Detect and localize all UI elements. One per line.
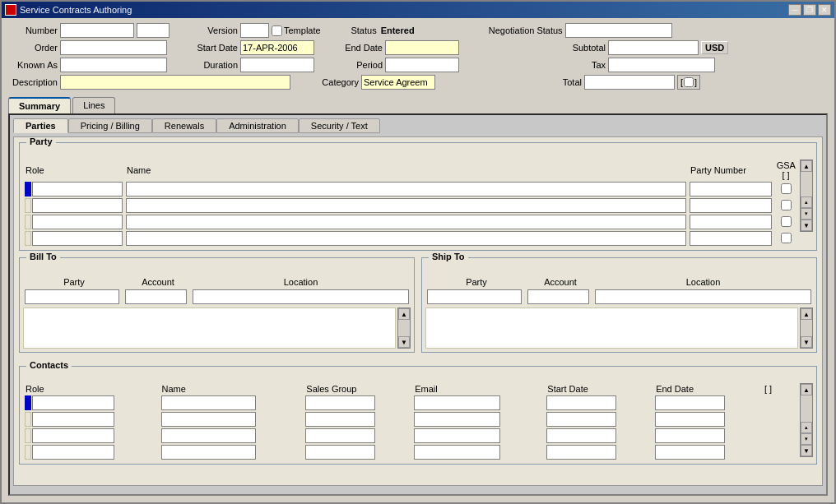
tax-input[interactable] xyxy=(608,58,715,72)
billto-scroll-down[interactable]: ▼ xyxy=(398,336,410,348)
billto-scroll-up[interactable]: ▲ xyxy=(398,308,410,320)
party-scroll-down[interactable]: ▼ xyxy=(801,220,812,231)
period-input[interactable] xyxy=(385,58,459,72)
tab-summary[interactable]: Summary xyxy=(8,97,71,113)
party-number-1[interactable] xyxy=(690,182,772,197)
contacts-scroll-down[interactable]: ▼ xyxy=(801,445,812,456)
currency-button[interactable]: USD xyxy=(701,41,728,54)
party-name-3[interactable] xyxy=(126,215,686,229)
inner-tab-administration[interactable]: Administration xyxy=(216,118,299,133)
order-input[interactable] xyxy=(60,40,167,55)
contact-enddate-1[interactable] xyxy=(655,395,725,410)
inner-tab-parties[interactable]: Parties xyxy=(13,118,68,133)
description-input[interactable] xyxy=(60,75,290,90)
number-input-2[interactable] xyxy=(137,23,170,38)
contact-row-1 xyxy=(23,395,798,411)
party-number-2[interactable] xyxy=(690,198,772,213)
contact-role-4[interactable] xyxy=(32,445,114,460)
category-input[interactable] xyxy=(361,75,435,90)
total-checkbox[interactable] xyxy=(684,77,694,87)
shipto-account-input[interactable] xyxy=(527,289,589,304)
party-row-3 xyxy=(23,214,798,230)
contact-role-2[interactable] xyxy=(32,412,114,427)
close-button[interactable]: ✕ xyxy=(818,4,831,16)
restore-button[interactable]: ❐ xyxy=(803,4,816,16)
contact-enddate-4[interactable] xyxy=(655,445,725,460)
shipto-location-input[interactable] xyxy=(595,289,811,304)
contact-email-3[interactable] xyxy=(414,428,500,443)
subtotal-input[interactable] xyxy=(608,40,699,55)
form-area: Number Version Template Status Entered N… xyxy=(2,18,834,95)
contacts-title: Contacts xyxy=(26,360,72,370)
contact-name-1[interactable] xyxy=(161,395,256,410)
party-role-1[interactable] xyxy=(32,182,123,197)
contact-enddate-3[interactable] xyxy=(655,428,725,443)
billto-location-input[interactable] xyxy=(193,289,409,304)
contact-salesgroup-1[interactable] xyxy=(305,395,375,410)
inner-tab-pricing[interactable]: Pricing / Billing xyxy=(68,118,152,133)
contact-email-4[interactable] xyxy=(414,445,500,460)
version-input[interactable] xyxy=(240,23,269,38)
start-date-input[interactable] xyxy=(240,40,314,55)
contact-salesgroup-3[interactable] xyxy=(305,428,375,443)
party-number-3[interactable] xyxy=(690,215,772,229)
version-label: Version xyxy=(193,25,238,35)
party-scroll-pageup[interactable]: ▴ xyxy=(801,197,812,208)
tab-lines[interactable]: Lines xyxy=(72,97,115,113)
inner-tab-security[interactable]: Security / Text xyxy=(299,118,380,133)
end-date-input[interactable] xyxy=(385,40,459,55)
party-number-4[interactable] xyxy=(690,231,772,246)
billto-party-input[interactable] xyxy=(25,289,119,304)
billto-col-account: Account xyxy=(125,276,191,288)
party-name-1[interactable] xyxy=(126,182,686,197)
contact-email-2[interactable] xyxy=(414,412,500,427)
contact-role-1[interactable] xyxy=(32,395,114,410)
contact-row-4 xyxy=(23,444,798,460)
contact-email-1[interactable] xyxy=(414,395,500,410)
contact-startdate-2[interactable] xyxy=(546,412,616,427)
party-name-2[interactable] xyxy=(126,198,686,213)
minimize-button[interactable]: ─ xyxy=(788,4,801,16)
contact-name-3[interactable] xyxy=(161,428,256,443)
inner-tabs-bar: Parties Pricing / Billing Renewals Admin… xyxy=(13,118,823,133)
contact-salesgroup-4[interactable] xyxy=(305,445,375,460)
duration-input[interactable] xyxy=(240,58,314,72)
inner-tab-renewals[interactable]: Renewals xyxy=(152,118,216,133)
party-role-3[interactable] xyxy=(32,215,123,229)
contacts-scroll-up[interactable]: ▲ xyxy=(801,384,812,395)
end-date-label: End Date xyxy=(337,43,383,53)
contact-role-3[interactable] xyxy=(32,428,114,443)
billto-account-input[interactable] xyxy=(125,289,187,304)
contact-name-2[interactable] xyxy=(161,412,256,427)
contact-startdate-4[interactable] xyxy=(546,445,616,460)
party-gsa-4[interactable] xyxy=(781,233,792,243)
contacts-col-startdate: Start Date xyxy=(545,383,653,395)
known-as-input[interactable] xyxy=(60,58,167,72)
party-scroll-pagedown[interactable]: ▾ xyxy=(801,208,812,220)
template-checkbox[interactable] xyxy=(272,25,282,36)
contact-salesgroup-2[interactable] xyxy=(305,412,375,427)
contact-name-4[interactable] xyxy=(161,445,256,460)
total-bracket-button[interactable]: [ ] xyxy=(677,75,700,90)
contacts-scroll-pageup[interactable]: ▴ xyxy=(801,422,812,433)
party-scroll-up[interactable]: ▲ xyxy=(801,160,812,172)
party-role-4[interactable] xyxy=(32,231,123,246)
negotiation-status-input[interactable] xyxy=(565,23,672,38)
number-label: Number xyxy=(8,25,58,35)
party-gsa-1[interactable] xyxy=(781,183,792,194)
shipto-scroll-up[interactable]: ▲ xyxy=(801,308,812,320)
contact-enddate-2[interactable] xyxy=(655,412,725,427)
total-input[interactable] xyxy=(584,75,675,90)
party-name-4[interactable] xyxy=(126,231,686,246)
party-gsa-2[interactable] xyxy=(781,200,792,210)
party-role-2[interactable] xyxy=(32,198,123,213)
contact-startdate-1[interactable] xyxy=(546,395,616,410)
shipto-party-input[interactable] xyxy=(427,289,522,304)
contacts-scroll-pagedown[interactable]: ▾ xyxy=(801,433,812,445)
ship-to-textarea[interactable] xyxy=(425,307,798,349)
shipto-scroll-down[interactable]: ▼ xyxy=(801,336,812,348)
contact-startdate-3[interactable] xyxy=(546,428,616,443)
number-input-1[interactable] xyxy=(60,23,134,38)
party-gsa-3[interactable] xyxy=(781,216,792,227)
bill-to-textarea[interactable] xyxy=(23,307,396,349)
